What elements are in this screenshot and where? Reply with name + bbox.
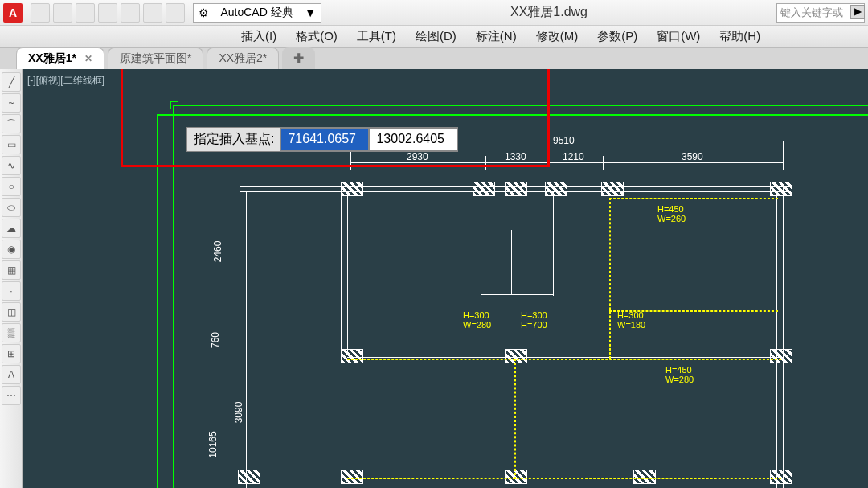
hidden-line [609, 198, 778, 199]
column [505, 349, 527, 363]
dimension-tick [783, 141, 784, 170]
menu-help[interactable]: 帮助(H) [719, 29, 760, 44]
column [770, 182, 792, 196]
polyline-tool-icon[interactable]: ~ [2, 93, 21, 113]
point-tool-icon[interactable]: · [2, 281, 21, 301]
column [341, 182, 363, 196]
quick-access-toolbar [31, 3, 185, 23]
qat-save-icon[interactable] [76, 3, 95, 23]
column [473, 182, 495, 196]
qat-open-icon[interactable] [53, 3, 72, 23]
wall [553, 191, 554, 296]
nav-arrow-icon[interactable]: ▶ [850, 5, 865, 19]
new-tab-button[interactable]: ✚ [282, 47, 315, 69]
wall [783, 186, 784, 488]
text-tool-icon[interactable]: A [2, 365, 21, 384]
donut-tool-icon[interactable]: ◉ [2, 240, 21, 259]
wall [246, 191, 247, 488]
ellipse-tool-icon[interactable]: ⬭ [2, 198, 21, 217]
column [770, 349, 792, 363]
draw-toolbar: ╱ ~ ⌒ ▭ ∿ ○ ⬭ ☁ ◉ ▦ · ◫ ▒ ⊞ A ⋯ [0, 69, 23, 488]
wall [511, 230, 512, 294]
spline-tool-icon[interactable]: ∿ [2, 156, 21, 175]
block-tool-icon[interactable]: ◫ [2, 302, 21, 322]
document-tabbar: XX雅居1* ✕ 原建筑平面图* XX雅居2* ✚ [0, 48, 868, 69]
annotation-text: H=450 W=260 [657, 204, 686, 223]
arc-tool-icon[interactable]: ⌒ [2, 114, 21, 133]
tab-label: 原建筑平面图* [120, 51, 191, 66]
workarea: ╱ ~ ⌒ ▭ ∿ ○ ⬭ ☁ ◉ ▦ · ◫ ▒ ⊞ A ⋯ [-][俯视][… [0, 69, 868, 488]
hidden-line [347, 359, 781, 360]
doc-tab-1[interactable]: XX雅居1* ✕ [16, 47, 104, 69]
rect-tool-icon[interactable]: ▭ [2, 135, 21, 154]
table-tool-icon[interactable]: ⊞ [2, 344, 21, 363]
wall [776, 191, 777, 488]
wall [240, 186, 240, 488]
dimension-text: 3590 [682, 151, 703, 162]
menu-modify[interactable]: 修改(M) [536, 29, 579, 44]
qat-more-icon[interactable] [166, 3, 185, 23]
dimension-text: 760 [210, 332, 221, 348]
doc-tab-2[interactable]: 原建筑平面图* [108, 47, 203, 69]
qat-print-icon[interactable] [143, 3, 162, 23]
workspace-dropdown[interactable]: ⚙ AutoCAD 经典 ▼ [193, 3, 321, 23]
column [341, 470, 363, 484]
qat-undo-icon[interactable] [98, 3, 117, 23]
hidden-line [609, 198, 611, 359]
menu-format[interactable]: 格式(O) [296, 29, 338, 44]
column [505, 182, 527, 196]
wall [481, 191, 481, 296]
annotation-text: H=300 H=700 [521, 310, 547, 330]
column [770, 470, 792, 484]
hidden-line [514, 359, 516, 479]
annotation-text: H=300 W=280 [463, 310, 491, 330]
annotation-text: H=450 W=280 [665, 365, 694, 384]
dimension-text: 2460 [212, 241, 223, 263]
column [341, 349, 363, 363]
annotation-text: H=300 W=180 [617, 310, 645, 330]
tab-label: XX雅居1* [28, 51, 76, 66]
menu-tools[interactable]: 工具(T) [357, 29, 396, 44]
wall [341, 351, 789, 351]
dimension-text: 10165 [207, 431, 219, 457]
menu-insert[interactable]: 插入(I) [241, 29, 276, 44]
menubar: 插入(I) 格式(O) 工具(T) 绘图(D) 标注(N) 修改(M) 参数(P… [0, 26, 868, 48]
hatch-tool-icon[interactable]: ▦ [2, 260, 21, 280]
column [545, 182, 567, 196]
wall [481, 294, 553, 295]
more-tool-icon[interactable]: ⋯ [2, 386, 21, 405]
tab-label: XX雅居2* [219, 51, 267, 66]
viewport-label: [-][俯视][二维线框] [27, 74, 104, 88]
circle-tool-icon[interactable]: ○ [2, 177, 21, 196]
document-title: XX雅居1.dwg [321, 4, 776, 21]
wall [347, 191, 348, 352]
column [633, 470, 656, 484]
app-logo: A [3, 3, 23, 23]
cloud-tool-icon[interactable]: ☁ [2, 219, 21, 238]
dimension-tick [603, 156, 604, 170]
column [601, 182, 624, 196]
drawing-line [157, 116, 158, 488]
dimension-text: 1210 [563, 151, 584, 162]
wall [341, 186, 342, 355]
menu-window[interactable]: 窗口(W) [657, 29, 700, 44]
region-tool-icon[interactable]: ▒ [2, 323, 21, 342]
menu-draw[interactable]: 绘图(D) [416, 29, 457, 44]
column [238, 470, 260, 484]
qat-redo-icon[interactable] [121, 3, 140, 23]
titlebar: A ⚙ AutoCAD 经典 ▼ XX雅居1.dwg ▶ 键入关键字或 [0, 0, 868, 26]
annotation-highlight [121, 69, 550, 167]
wall [347, 357, 783, 358]
workspace-label: AutoCAD 经典 [220, 6, 293, 20]
column [505, 470, 527, 484]
menu-param[interactable]: 参数(P) [597, 29, 637, 44]
line-tool-icon[interactable]: ╱ [2, 72, 21, 92]
menu-dim[interactable]: 标注(N) [476, 29, 517, 44]
chevron-down-icon: ▼ [305, 6, 316, 19]
hidden-line [347, 478, 781, 479]
doc-tab-3[interactable]: XX雅居2* [207, 47, 279, 69]
drawing-canvas[interactable]: [-][俯视][二维线框] 9510 2930 1330 1210 3590 2… [23, 69, 868, 488]
close-icon[interactable]: ✕ [84, 53, 92, 64]
qat-new-icon[interactable] [31, 3, 50, 23]
dimension-text: 9510 [553, 135, 575, 146]
